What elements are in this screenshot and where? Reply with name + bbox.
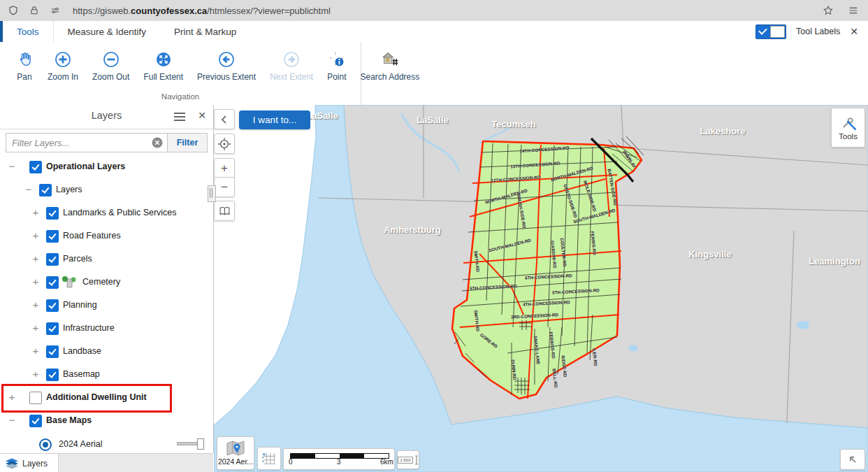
checkbox-road-features[interactable] [46,230,59,243]
lock-icon[interactable] [27,3,42,18]
expand-expander-icon[interactable]: + [31,345,41,357]
radio-2024-aerial[interactable] [39,438,52,451]
layer-label: Operational Layers [46,162,125,171]
bookmark-star-icon[interactable] [820,3,836,18]
layer-item-basemap[interactable]: + Basemap [0,363,213,387]
expand-expander-icon[interactable]: + [31,276,41,287]
collapse-expander-icon[interactable]: − [7,160,17,172]
slider-knob[interactable] [197,438,204,450]
map-tools-button[interactable]: Tools [831,108,865,148]
checkbox-base-maps[interactable] [29,415,42,427]
layers-tab-label: Layers [22,459,48,469]
check-icon [758,26,767,35]
layer-item-layers[interactable]: − Layers [0,178,213,202]
overview-map-toggle[interactable] [840,449,865,470]
i-want-to-button[interactable]: I want to... [239,110,310,129]
filter-layers-input[interactable] [6,133,167,152]
expand-expander-icon[interactable]: + [31,252,41,264]
tab-tools[interactable]: Tools [3,21,54,42]
full-extent-button[interactable]: Full Extent [136,49,190,83]
url-text[interactable]: https://gisweb.countyofessex.ca/htmlesse… [73,6,331,16]
layer-label: Planning [63,300,97,310]
minus-icon: − [221,180,228,194]
layer-item-additional-dwelling-unit[interactable]: + Additional Dwelling Unit [0,386,213,410]
layer-item-operational-layers[interactable]: − Operational Layers [0,155,213,179]
clear-filter-icon[interactable] [152,137,163,148]
layer-item-infrastructure[interactable]: + Infrastructure [0,317,213,341]
arrow-up-left-icon [848,455,858,464]
layer-label: Infrastructure [63,323,115,333]
expand-expander-icon[interactable]: + [31,368,41,380]
checkbox-landmarks[interactable] [46,207,59,220]
expand-expander-icon[interactable]: + [31,206,41,218]
collapse-panel-button[interactable] [214,109,235,129]
expand-expander-icon[interactable]: + [31,322,41,334]
coordinates-widget-button[interactable] [257,447,281,470]
panel-menu-icon[interactable] [173,110,187,123]
close-toolbar-icon[interactable]: ✕ [850,26,858,37]
layer-label: Cemetery [82,277,120,287]
opacity-slider[interactable] [177,442,203,445]
basemap-selector-button[interactable]: 2024 Aer... [217,436,254,470]
filter-button[interactable]: Filter [167,133,208,152]
toggle-handle[interactable] [770,26,785,38]
collapse-expander-icon[interactable]: − [24,183,34,195]
tool-labels-toggle[interactable] [755,24,786,39]
map-zoom-in-button[interactable]: + [214,158,235,178]
checkbox-planning[interactable] [46,299,59,312]
panel-close-icon[interactable]: ✕ [198,110,206,121]
browser-menu-icon[interactable] [846,3,861,18]
layer-item-landmarks[interactable]: + Landmarks & Public Services [0,201,213,225]
browser-address-bar[interactable]: https://gisweb.countyofessex.ca/htmlesse… [0,0,868,22]
city-label: Leamington [809,256,860,266]
city-label: Tecumseh [491,119,535,129]
tab-measure-identify[interactable]: Measure & Identify [54,21,161,42]
checkbox-layers[interactable] [39,184,52,196]
search-address-button[interactable]: Search Address [354,49,427,83]
panel-resize-grip[interactable] [208,185,216,202]
expand-expander-icon[interactable]: + [7,391,17,403]
layer-label: Landbase [63,346,101,356]
expand-expander-icon[interactable]: + [31,229,41,241]
layer-item-landbase[interactable]: + Landbase [0,340,213,364]
checkbox-infrastructure[interactable] [46,322,59,335]
bookmarks-button[interactable] [214,201,235,221]
layer-item-cemetery[interactable]: + Cemetery [0,271,213,294]
checkbox-cemetery[interactable] [46,276,59,289]
pan-button[interactable]: Pan [8,49,41,83]
zoom-out-button[interactable]: Zoom Out [85,49,136,83]
expand-expander-icon[interactable]: + [31,299,41,310]
zoom-in-button[interactable]: Zoom In [41,49,85,83]
layer-item-road-features[interactable]: + Road Features [0,224,213,248]
pan-hand-icon [15,50,34,69]
locate-icon [218,138,231,150]
previous-extent-icon [217,50,236,69]
scale-input-button[interactable]: 1:500 [397,450,419,469]
map-tools-label: Tools [839,132,858,141]
viewer-tab-bar: Tools Measure & Identify Print & Markup … [0,21,868,43]
tab-print-markup[interactable]: Print & Markup [160,21,250,42]
map-canvas[interactable]: 14TH-CONCESSION-RD 13TH-CONCESSION-RD 12… [214,105,868,472]
shield-icon[interactable] [6,3,21,18]
basemap-option-label: 2024 Aerial [59,439,103,449]
geolocate-button[interactable] [214,134,235,154]
map-viewport[interactable]: 14TH-CONCESSION-RD 13TH-CONCESSION-RD 12… [214,105,868,472]
map-zoom-out-button[interactable]: − [214,177,235,197]
checkbox-parcels[interactable] [46,253,59,266]
checkbox-basemap[interactable] [46,369,59,381]
site-permissions-icon[interactable] [48,3,63,18]
previous-extent-button[interactable]: Previous Extent [190,49,263,83]
layer-item-planning[interactable]: + Planning [0,294,213,317]
scale-ratio-icon: 1:500 [398,457,412,464]
checkbox-landbase[interactable] [46,345,59,358]
layer-item-parcels[interactable]: + Parcels [0,248,213,271]
checkbox-additional-dwelling-unit[interactable] [29,392,42,404]
collapse-expander-icon[interactable]: − [7,414,17,426]
basemap-option-2024-aerial[interactable]: 2024 Aerial [0,432,213,453]
next-extent-button: Next Extent [263,49,320,83]
layers-tab-button[interactable]: Layers [0,454,59,472]
layer-item-base-maps[interactable]: − Base Maps [0,409,213,433]
checkbox-operational-layers[interactable] [29,161,42,173]
point-button[interactable]: Point [320,49,353,83]
layers-panel-header: Layers ✕ [0,105,213,129]
